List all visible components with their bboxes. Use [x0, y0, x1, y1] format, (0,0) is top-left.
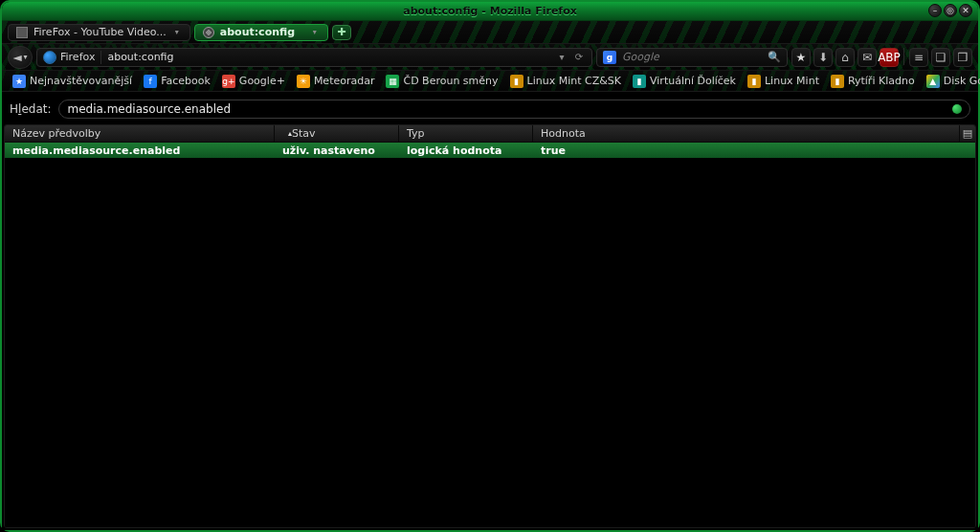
table-body: media.mediasource.enabled uživ. nastaven… [5, 143, 975, 527]
bookmark-dropdown-icon[interactable]: ▾ [555, 51, 568, 64]
column-header-value[interactable]: Hodnota [533, 125, 960, 142]
bookmark-label: Rytíři Kladno [848, 75, 915, 87]
bookmark-favicon-icon: ▮ [510, 75, 523, 88]
bookmark-label: Facebook [161, 75, 211, 87]
config-favicon-icon [203, 27, 214, 38]
panels-button[interactable]: ❐ [953, 48, 972, 67]
tab-strip: FireFox - YouTube Video... ▾ about:confi… [2, 21, 978, 44]
status-dot-icon [952, 104, 962, 114]
tab-label: FireFox - YouTube Video... [33, 26, 167, 38]
firefox-identity-icon [43, 51, 56, 64]
column-header-label: Stav [292, 127, 316, 140]
url-bar[interactable]: Firefox ▾ ⟳ [36, 48, 592, 67]
window-controls: – ◎ ✕ [928, 4, 972, 17]
bookmark-item[interactable]: ▦ČD Beroun směny [381, 73, 502, 90]
filter-label: Hledat: [10, 102, 51, 116]
bookmark-item[interactable]: ▮Rytíři Kladno [826, 73, 920, 90]
bookmark-label: Nejnavštěvovanější [30, 75, 132, 87]
bookmark-item[interactable]: g+Google+ [217, 73, 290, 90]
bookmark-label: Disk Google [944, 75, 980, 87]
site-identity[interactable]: Firefox [43, 51, 101, 64]
bookmark-favicon-icon: ▮ [747, 75, 761, 88]
reload-icon[interactable]: ⟳ [572, 51, 586, 64]
window-titlebar: about:config - Mozilla Firefox – ◎ ✕ [2, 2, 978, 21]
pref-status-cell: uživ. nastaveno [275, 144, 399, 157]
window-title: about:config - Mozilla Firefox [403, 5, 577, 17]
pref-type-cell: logická hodnota [399, 144, 533, 157]
pref-value-cell: true [533, 144, 975, 157]
window-maximize-button[interactable]: ◎ [944, 4, 957, 17]
adblock-button[interactable]: ABP [880, 48, 899, 67]
column-picker-button[interactable]: ▤ [960, 125, 975, 142]
bookmark-favicon-icon: g+ [222, 75, 235, 88]
toolbar-separator [903, 48, 904, 65]
tab-dropdown-icon[interactable]: ▾ [172, 28, 182, 37]
bookmark-item[interactable]: ▮Linux Mint CZ&SK [505, 73, 626, 90]
search-input[interactable] [622, 51, 762, 63]
bookmark-label: Meteoradar [314, 75, 375, 87]
bookmark-item[interactable]: ▮Virtuální Ďolíček [628, 73, 741, 90]
pref-name-cell: media.mediasource.enabled [5, 144, 275, 157]
filter-input-wrap[interactable] [58, 100, 970, 119]
back-arrow-icon: ◄ [12, 51, 21, 64]
filter-input[interactable] [67, 102, 947, 116]
bookmark-favicon-icon: ▮ [831, 75, 844, 88]
tab-youtube[interactable]: FireFox - YouTube Video... ▾ [8, 24, 190, 41]
feed-button[interactable]: ≡ [909, 48, 928, 67]
window-minimize-button[interactable]: – [928, 4, 942, 17]
table-header-row: Název předvolby ▴ Stav Typ Hodnota ▤ [5, 125, 975, 143]
bookmark-label: ČD Beroun směny [403, 75, 498, 87]
column-header-status[interactable]: ▴ Stav [275, 125, 399, 142]
navigation-toolbar: ◄ ▾ Firefox ▾ ⟳ g 🔍 ★ ⬇ ⌂ ✉ ABP [2, 44, 978, 71]
google-icon[interactable]: g [603, 51, 616, 64]
tab-about-config[interactable]: about:config ▾ [194, 24, 328, 41]
bookmark-favicon-icon: ▦ [386, 75, 399, 88]
downloads-button[interactable]: ⬇ [813, 48, 833, 67]
column-header-label: Hodnota [541, 127, 586, 140]
new-tab-button[interactable]: ✚ [332, 25, 351, 40]
tab-label: about:config [220, 26, 295, 38]
back-button[interactable]: ◄ ▾ [8, 46, 33, 69]
search-bar[interactable]: g 🔍 [596, 48, 788, 67]
table-row[interactable]: media.mediasource.enabled uživ. nastaven… [5, 143, 975, 158]
bookmark-item[interactable]: fFacebook [139, 73, 215, 90]
column-header-name[interactable]: Název předvolby [5, 125, 275, 142]
browser-window: about:config - Mozilla Firefox – ◎ ✕ Fir… [0, 0, 980, 532]
bookmark-item[interactable]: ★Nejnavštěvovanější [8, 73, 137, 90]
bookmark-label: Linux Mint [765, 75, 819, 87]
bookmark-item[interactable]: ☀Meteoradar [292, 73, 380, 90]
search-icon[interactable]: 🔍 [768, 51, 781, 63]
bookmark-label: Google+ [239, 75, 285, 87]
bookmark-favicon-icon: ▮ [633, 75, 646, 88]
toolbar-right-icons: ★ ⬇ ⌂ ✉ ABP ≡ ❏ ❐ [791, 48, 972, 67]
bookmark-favicon-icon: f [144, 75, 157, 88]
bookmark-star-button[interactable]: ★ [791, 48, 811, 67]
sidebar-button[interactable]: ❏ [931, 48, 950, 67]
home-button[interactable]: ⌂ [835, 48, 855, 67]
page-favicon-icon [16, 27, 28, 38]
bookmark-favicon-icon: ★ [12, 75, 26, 88]
preferences-table: Název předvolby ▴ Stav Typ Hodnota ▤ med… [4, 124, 976, 528]
column-header-label: Typ [407, 127, 425, 140]
bookmarks-toolbar: ★NejnavštěvovanějšífFacebookg+Google+☀Me… [2, 71, 978, 92]
bookmark-favicon-icon: ▲ [926, 75, 940, 88]
bookmark-item[interactable]: ▲Disk Google [922, 73, 980, 90]
bookmark-favicon-icon: ☀ [297, 75, 310, 88]
bookmark-label: Linux Mint CZ&SK [527, 75, 621, 87]
column-header-label: Název předvolby [12, 127, 100, 140]
column-header-type[interactable]: Typ [399, 125, 533, 142]
filter-row: Hledat: [4, 94, 976, 124]
identity-label: Firefox [60, 51, 95, 63]
bookmark-item[interactable]: ▮Linux Mint [743, 73, 824, 90]
tab-dropdown-icon[interactable]: ▾ [310, 28, 320, 37]
about-config-page: Hledat: Název předvolby ▴ Stav Typ [2, 92, 978, 530]
mail-button[interactable]: ✉ [858, 48, 877, 67]
history-dropdown-icon[interactable]: ▾ [24, 53, 28, 61]
url-input[interactable] [107, 51, 549, 63]
window-close-button[interactable]: ✕ [959, 4, 972, 17]
urlbar-end-icons: ▾ ⟳ [555, 51, 586, 64]
bookmark-label: Virtuální Ďolíček [650, 75, 736, 87]
